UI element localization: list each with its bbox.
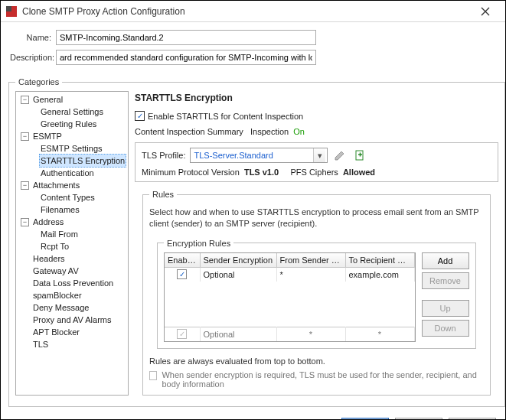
tree-authentication[interactable]: Authentication [39, 167, 96, 179]
tree-filenames[interactable]: Filenames [39, 203, 81, 216]
cell-to-recipient[interactable]: example.com [345, 268, 414, 282]
tree-deny-message[interactable]: Deny Message [31, 301, 90, 314]
expander-icon[interactable]: − [21, 96, 29, 104]
summary-label: Content Inspection Summary [135, 127, 243, 136]
tree-spamblocker[interactable]: spamBlocker [31, 289, 83, 301]
tree-attachments[interactable]: Attachments [31, 179, 81, 191]
tree-dlp[interactable]: Data Loss Prevention [31, 277, 115, 289]
tree-general-settings[interactable]: General Settings [39, 106, 105, 118]
tls-profile-select[interactable]: TLS-Server.Standard ▾ [190, 148, 328, 163]
tree-starttls-encryption[interactable]: STARTTLS Encryption [39, 154, 126, 168]
row-enabled-checkbox: ✓ [177, 329, 187, 339]
content-inspection-summary: Content Inspection Summary Inspection On [135, 124, 498, 136]
svg-rect-2 [356, 151, 363, 160]
inspection-status: On [293, 127, 305, 136]
min-proto-value: TLS v1.0 [244, 168, 279, 177]
tree-proxy-av-alarms[interactable]: Proxy and AV Alarms [31, 314, 113, 326]
table-default-row: ✓ Optional * * Allowed [165, 327, 414, 341]
tree-content-types[interactable]: Content Types [39, 191, 96, 203]
app-icon [5, 5, 18, 18]
eval-note: Rules are always evaluated from top to b… [149, 353, 484, 366]
expander-icon[interactable]: − [21, 181, 29, 190]
enable-starttls-label: Enable STARTTLS for Content Inspection [148, 112, 303, 121]
up-button[interactable]: Up [422, 300, 469, 317]
tree-apt-blocker[interactable]: APT Blocker [31, 326, 81, 338]
encryption-rules-legend: Encryption Rules [164, 239, 233, 248]
tree-esmtp[interactable]: ESMTP [31, 130, 64, 142]
tls-required-note: When sender encryption is required, TLS … [162, 370, 483, 389]
col-sender-encryption[interactable]: Sender Encryption [200, 253, 276, 268]
cell-to-recipient: * [345, 327, 414, 341]
cell-from-sender: * [276, 327, 345, 341]
rules-description: Select how and when to use STARTTLS encr… [149, 202, 484, 236]
categories-group: Categories −General General Settings Gre… [8, 77, 505, 407]
cell-from-sender[interactable]: * [276, 268, 345, 282]
chevron-down-icon[interactable]: ▾ [313, 148, 325, 162]
min-proto-label: Minimum Protocol Version [142, 168, 240, 177]
enable-starttls-checkbox[interactable]: ✓ [135, 111, 145, 121]
description-input[interactable] [56, 50, 316, 65]
rules-group: Rules Select how and when to use STARTTL… [142, 190, 491, 396]
add-button[interactable]: Add [422, 252, 469, 269]
tree-general[interactable]: General [31, 93, 64, 106]
cell-sender-enc: Optional [200, 327, 276, 341]
rule-buttons: Add Remove Up Down [422, 252, 469, 342]
col-to-recipient[interactable]: To Recipient Do... [345, 253, 414, 268]
svg-rect-1 [6, 6, 11, 11]
tls-profile-value: TLS-Server.Standard [194, 151, 313, 160]
dialog-buttons: OK Cancel Help [1, 412, 505, 420]
row-enabled-checkbox[interactable]: ✓ [177, 269, 187, 279]
close-icon[interactable] [470, 2, 501, 21]
remove-button[interactable]: Remove [422, 272, 469, 289]
tree-tls[interactable]: TLS [31, 338, 50, 350]
col-from-sender[interactable]: From Sender Do... [276, 253, 345, 268]
tls-required-checkbox[interactable] [149, 371, 157, 380]
settings-pane: STARTTLS Encryption ✓ Enable STARTTLS fo… [135, 91, 498, 400]
categories-legend: Categories [15, 77, 62, 86]
category-tree[interactable]: −General General Settings Greeting Rules… [15, 91, 129, 396]
tree-esmtp-settings[interactable]: ESMTP Settings [39, 142, 104, 155]
pfs-label: PFS Ciphers [290, 168, 338, 177]
tree-address[interactable]: Address [31, 216, 65, 228]
rules-legend: Rules [149, 190, 177, 199]
tree-gateway-av[interactable]: Gateway AV [31, 265, 80, 277]
tls-profile-label: TLS Profile: [142, 151, 185, 160]
tree-greeting-rules[interactable]: Greeting Rules [39, 118, 98, 130]
grid-header-row: Enabled Sender Encryption From Sender Do… [165, 253, 414, 268]
tree-rcpt-to[interactable]: Rcpt To [39, 240, 70, 252]
cell-sender-enc[interactable]: Optional [200, 268, 276, 282]
table-row[interactable]: ✓ Optional * example.com Preferred [165, 268, 414, 282]
titlebar: Clone SMTP Proxy Action Configuration [1, 1, 505, 22]
add-profile-icon[interactable] [352, 148, 367, 163]
col-enabled[interactable]: Enabled [165, 253, 200, 268]
name-label: Name: [10, 33, 56, 42]
profile-status-row: Minimum Protocol Version TLS v1.0 PFS Ci… [142, 163, 491, 177]
header-fields: Name: Description: [1, 22, 505, 74]
tree-mail-from[interactable]: Mail From [39, 228, 80, 240]
encryption-rules-group: Encryption Rules Enabled Sender Encrypti… [157, 239, 476, 349]
description-label: Description: [10, 53, 56, 62]
rules-grid[interactable]: Enabled Sender Encryption From Sender Do… [164, 252, 416, 342]
tree-headers[interactable]: Headers [31, 252, 67, 265]
expander-icon[interactable]: − [21, 218, 29, 226]
window-title: Clone SMTP Proxy Action Configuration [22, 6, 470, 17]
tls-profile-box: TLS Profile: TLS-Server.Standard ▾ Minim… [135, 142, 498, 182]
name-input[interactable] [56, 30, 316, 45]
pane-title: STARTTLS Encryption [135, 91, 498, 103]
edit-profile-icon[interactable] [332, 148, 348, 163]
pfs-value: Allowed [343, 168, 375, 177]
down-button[interactable]: Down [422, 320, 469, 337]
expander-icon[interactable]: − [21, 132, 29, 141]
inspection-label: Inspection [250, 127, 289, 136]
